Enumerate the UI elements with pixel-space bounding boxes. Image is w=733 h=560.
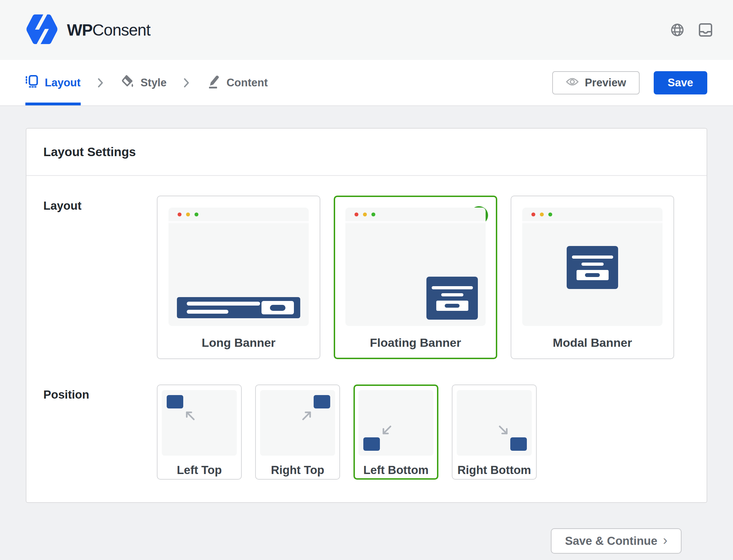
browser-mockup — [345, 208, 486, 326]
layout-settings-panel: Layout Settings Layout — [26, 128, 707, 503]
banner-text-line — [581, 263, 604, 266]
banner-button-pill — [270, 305, 285, 311]
window-dot-yellow — [186, 213, 190, 216]
position-option-label: Right Bottom — [457, 463, 531, 477]
position-options: Left Top Ri — [157, 384, 537, 480]
position-setting-row: Position Left — [43, 384, 690, 480]
banner-text-line — [432, 286, 473, 289]
layout-option-label: Floating Banner — [370, 336, 461, 350]
eye-icon — [566, 76, 579, 89]
tab-content-label: Content — [227, 76, 268, 89]
app-header: WPConsent — [0, 0, 733, 60]
brand-name-rest: Consent — [92, 21, 150, 39]
banner-position-square — [314, 395, 330, 408]
banner-button-pill — [585, 273, 600, 277]
main-content: Layout Settings Layout — [0, 106, 733, 554]
position-option-label: Left Bottom — [363, 463, 429, 477]
window-dot-red — [178, 213, 181, 216]
brand-name: WPConsent — [67, 20, 150, 39]
position-mockup — [358, 390, 433, 456]
wpconsent-logo-icon — [25, 14, 58, 46]
save-button[interactable]: Save — [654, 71, 707, 94]
position-mockup — [457, 390, 532, 456]
arrow-up-left-icon — [182, 408, 198, 423]
header-icons — [670, 22, 713, 38]
banner-button-shape — [436, 301, 468, 311]
nav-actions: Preview Save — [552, 71, 707, 94]
position-option-right-bottom[interactable]: Right Bottom — [452, 384, 537, 480]
window-dot-red — [531, 213, 535, 216]
banner-text-line — [187, 302, 260, 306]
preview-button[interactable]: Preview — [552, 71, 639, 94]
banner-position-square — [363, 437, 380, 451]
banner-position-square — [510, 437, 527, 451]
banner-text-line — [572, 256, 613, 259]
chevron-right-icon — [97, 77, 104, 88]
window-dot-yellow — [540, 213, 544, 216]
brand: WPConsent — [25, 14, 150, 46]
chevron-right-icon: › — [663, 534, 667, 548]
style-icon — [120, 74, 134, 91]
tab-layout-label: Layout — [45, 76, 81, 89]
preview-button-label: Preview — [585, 76, 626, 89]
tab-content[interactable]: Content — [206, 60, 268, 105]
globe-icon[interactable] — [670, 22, 685, 38]
layout-option-floating-banner[interactable]: Floating Banner — [334, 196, 497, 359]
browser-topbar — [522, 208, 663, 223]
layout-option-modal-banner[interactable]: Modal Banner — [511, 196, 674, 359]
save-continue-label: Save & Continue — [565, 534, 657, 548]
position-option-label: Right Top — [271, 463, 325, 477]
window-dot-green — [548, 213, 552, 216]
banner-position-square — [167, 395, 183, 408]
brand-name-bold: WP — [67, 21, 92, 39]
browser-topbar — [345, 208, 486, 223]
banner-text-line — [187, 310, 228, 314]
browser-topbar — [168, 208, 309, 223]
step-tabs: Layout Style — [25, 60, 268, 105]
save-continue-button[interactable]: Save & Continue › — [551, 528, 682, 554]
arrow-down-right-icon — [496, 423, 511, 438]
tab-layout[interactable]: Layout — [25, 60, 81, 105]
layout-setting-row: Layout — [43, 196, 690, 359]
window-dot-green — [195, 213, 198, 216]
tab-style-label: Style — [141, 76, 167, 89]
layout-option-long-banner[interactable]: Long Banner — [157, 196, 320, 359]
layout-icon — [25, 75, 38, 91]
settings-nav: Layout Style — [0, 60, 733, 106]
layout-row-label: Layout — [43, 196, 157, 359]
window-dot-green — [371, 213, 375, 216]
browser-mockup — [168, 208, 309, 326]
banner-button-pill — [445, 304, 460, 308]
position-option-left-top[interactable]: Left Top — [157, 384, 242, 480]
long-banner-graphic — [177, 297, 300, 318]
banner-button-shape — [577, 270, 609, 280]
panel-title: Layout Settings — [26, 129, 707, 176]
panel-body: Layout — [26, 176, 707, 502]
inbox-icon[interactable] — [698, 22, 713, 38]
position-option-right-top[interactable]: Right Top — [255, 384, 340, 480]
arrow-down-left-icon — [379, 423, 394, 438]
floating-banner-graphic — [426, 277, 478, 320]
layout-options: Long Banner — [157, 196, 674, 359]
arrow-up-right-icon — [299, 408, 315, 423]
page-footer: Save & Continue › — [26, 503, 707, 554]
position-mockup — [162, 390, 237, 456]
banner-text-line — [441, 293, 463, 296]
position-option-label: Left Top — [177, 463, 222, 477]
modal-banner-graphic — [567, 246, 618, 289]
browser-mockup — [522, 208, 663, 326]
window-dot-yellow — [363, 213, 367, 216]
chevron-right-icon — [183, 77, 190, 88]
layout-option-label: Modal Banner — [553, 336, 632, 350]
window-dot-red — [355, 213, 358, 216]
position-row-label: Position — [43, 384, 157, 480]
tab-style[interactable]: Style — [120, 60, 167, 105]
position-mockup — [260, 390, 335, 456]
position-option-left-bottom[interactable]: Left Bottom — [353, 384, 438, 480]
banner-button-shape — [261, 301, 294, 314]
layout-option-label: Long Banner — [202, 336, 276, 350]
content-icon — [206, 74, 220, 91]
